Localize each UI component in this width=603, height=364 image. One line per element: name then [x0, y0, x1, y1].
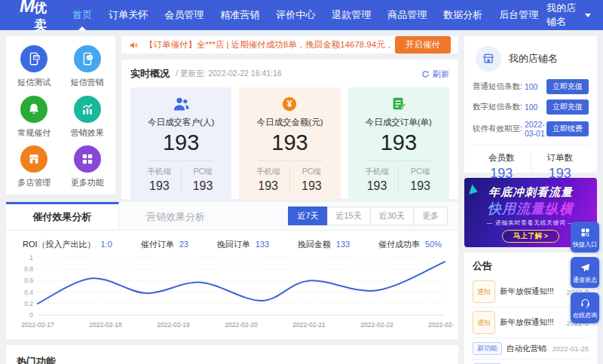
notice-badge: 通知: [473, 280, 495, 303]
nav-item-analytics[interactable]: 数据分析: [435, 0, 491, 30]
svg-text:2022-02-21: 2022-02-21: [292, 321, 326, 329]
banner-cta-button[interactable]: 马上了解 >: [502, 230, 559, 243]
hot-functions-title: 热门功能: [17, 355, 448, 364]
nav-menu: 首页 订单关怀 会员管理 精准营销 评价中心 退款管理 商品管理 数据分析 后台…: [64, 0, 546, 30]
nav-item-refunds[interactable]: 退款管理: [323, 0, 379, 30]
quick-panel: 短信测试 短信营销 常规催付: [6, 36, 115, 194]
nav-item-members[interactable]: 会员管理: [156, 0, 212, 30]
speaker-icon: [129, 40, 139, 50]
orders-value: 193: [356, 130, 442, 155]
yen-coin-icon: ¥: [281, 96, 298, 112]
svg-text:1: 1: [29, 254, 33, 262]
announcement-item[interactable]: 新功能 自动化营销功能上线 2022-01-25: [473, 338, 589, 359]
online-support-button[interactable]: 在线咨询: [571, 292, 599, 323]
refresh-button[interactable]: 刷新: [421, 69, 449, 80]
nav-item-marketing[interactable]: 精准营销: [212, 0, 268, 30]
store-icon: [20, 145, 47, 173]
storefront-icon: [482, 52, 495, 66]
metric-roi: ROI（投入产出比）1:0: [23, 239, 112, 250]
quick-entry-icon: [580, 227, 591, 238]
analysis-metrics: ROI（投入产出比）1:0 催付订单23 挽回订单133 挽回金额133 催付成…: [6, 231, 458, 252]
svg-text:0: 0: [29, 311, 33, 319]
stat-card-customers: 今日成交客户(人) 193 手机端193 PC端193: [130, 87, 231, 199]
range-7d-button[interactable]: 近7天: [288, 206, 327, 225]
quick-entry-button[interactable]: 快捷入口: [571, 222, 599, 252]
svg-text:0.6: 0.6: [24, 277, 33, 284]
quick-item-payment-reminder[interactable]: 常规催付: [8, 96, 61, 142]
shop-row-digital-sms: 数字短信条数: 100 立即充值: [473, 99, 589, 115]
channel-status-button[interactable]: 通道状态: [571, 257, 599, 288]
bell-icon: [20, 96, 47, 123]
range-more-button[interactable]: 更多: [413, 206, 448, 225]
line-chart: 00.20.40.60.812022-02-172022-02-182022-0…: [11, 252, 454, 336]
hot-functions-card: 热门功能: [6, 345, 458, 364]
realtime-title: 实时概况: [130, 67, 170, 81]
metric-recovered-amount: 挽回金额133: [298, 239, 350, 250]
quick-item-marketing-effect[interactable]: 营销效果: [61, 96, 115, 142]
amount-value: 193: [246, 130, 332, 155]
stat-card-orders: 今日成交订单(单) 193 手机端193 PC端193: [348, 87, 449, 199]
quick-item-sms-marketing[interactable]: 短信营销: [61, 45, 115, 91]
app-logo[interactable]: M优卖: [20, 0, 51, 34]
paper-plane-icon: [580, 262, 591, 274]
svg-text:2022-02-20: 2022-02-20: [225, 321, 258, 329]
metric-recovered-orders: 挽回订单133: [217, 239, 269, 250]
top-navbar: M优卖 首页 订单关怀 会员管理 精准营销 评价中心 退款管理 商品管理 数据分…: [0, 0, 603, 30]
shop-row-expiry: 软件有效期至: 2022-03-01 立即续费: [473, 120, 589, 138]
sms-marketing-icon: [74, 45, 101, 72]
quick-item-sms-test[interactable]: 短信测试: [8, 45, 61, 91]
chevron-down-icon: [585, 14, 591, 17]
chart-icon: [74, 96, 101, 123]
svg-text:2022-02-22: 2022-02-22: [360, 321, 393, 329]
shop-account-menu[interactable]: 我的店铺名: [546, 2, 591, 29]
quick-item-multi-store[interactable]: 多店管理: [8, 145, 61, 191]
notice-badge: 通知: [473, 311, 495, 334]
feature-badge: 新功能: [473, 342, 502, 355]
renew-button[interactable]: 立即续费: [546, 121, 589, 136]
svg-text:0.8: 0.8: [24, 265, 33, 273]
shop-row-normal-sms: 普通短信条数: 100 立即充值: [473, 79, 589, 94]
shop-avatar: [476, 46, 501, 72]
logo-m-icon: M: [20, 0, 34, 15]
nav-item-home[interactable]: 首页: [64, 0, 100, 30]
range-30d-button[interactable]: 近30天: [370, 206, 414, 225]
range-15d-button[interactable]: 近15天: [327, 206, 371, 225]
realtime-overview-card: 实时概况 / 更新至: 2022-02-22 16:41:16 刷新 今日成交客…: [121, 60, 458, 199]
shop-stats: 会员数193 订单数193: [473, 145, 589, 182]
metric-success-rate: 催付成功率50%: [378, 239, 442, 250]
tab-reminder-effect[interactable]: 催付效果分析: [6, 202, 119, 230]
recharge-button[interactable]: 立即充值: [546, 79, 589, 94]
date-range-filter: 近7天 近15天 近30天 更多: [289, 202, 458, 230]
banner-subheadline: 快用流量纵横: [464, 200, 597, 218]
realtime-updated: / 更新至: 2022-02-22 16:41:16: [176, 69, 282, 79]
sms-test-icon: [20, 45, 47, 72]
start-reminder-button[interactable]: 开启催付: [395, 36, 451, 54]
shop-name: 我的店铺名: [509, 52, 558, 66]
svg-text:2022-02-18: 2022-02-18: [89, 321, 122, 329]
svg-text:2022-02-17: 2022-02-17: [21, 321, 54, 329]
svg-text:¥: ¥: [287, 99, 292, 109]
users-icon: [171, 96, 191, 112]
analysis-card: 催付效果分析 营销效果分析 近7天 近15天 近30天 更多 ROI（投入产出比…: [6, 202, 458, 339]
nav-item-admin[interactable]: 后台管理: [491, 0, 546, 30]
banner-headline: 年底冲刺看流量: [464, 185, 597, 200]
nav-item-order-care[interactable]: 订单关怀: [100, 0, 156, 30]
shop-info-card: 我的店铺名 普通短信条数: 100 立即充值 数字短信条数: 100 立即充值 …: [464, 36, 597, 173]
stat-card-amount: ¥ 今日成交金额(元) 193 手机端193 PC端193: [239, 87, 340, 199]
nav-item-products[interactable]: 商品管理: [379, 0, 435, 30]
tab-marketing-effect[interactable]: 营销效果分析: [119, 202, 232, 230]
svg-text:0.2: 0.2: [24, 300, 33, 307]
notice-text: 【订单催付】全***店 | 近期催付成功8单，挽回金额14678.94元，催付成…: [145, 39, 390, 50]
announcement-item[interactable]: 新功能 自动化营销功能上线 2022-01-25: [473, 359, 589, 364]
order-doc-icon: [390, 96, 407, 112]
quick-item-more-features[interactable]: 更多功能: [61, 145, 115, 191]
recharge-button-2[interactable]: 立即充值: [546, 99, 589, 115]
headset-icon: [580, 298, 591, 309]
svg-text:2022-02-23: 2022-02-23: [428, 321, 454, 329]
metric-reminder-orders: 催付订单23: [141, 239, 188, 250]
grid-icon: [74, 145, 101, 173]
floating-toolbar: 快捷入口 通道状态 在线咨询: [571, 222, 599, 323]
nav-item-reviews[interactable]: 评价中心: [268, 0, 323, 30]
customers-value: 193: [138, 130, 224, 155]
analysis-tabbar: 催付效果分析 营销效果分析 近7天 近15天 近30天 更多: [6, 202, 458, 231]
